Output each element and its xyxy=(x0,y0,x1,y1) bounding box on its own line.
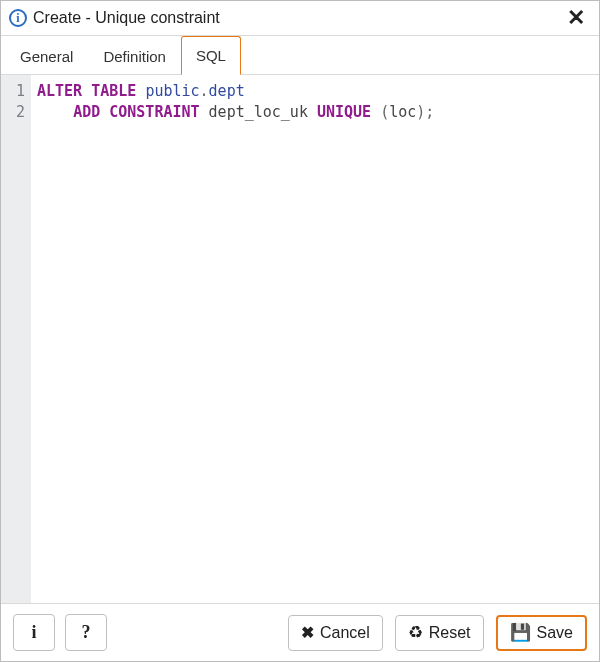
tok-name: dept_loc_uk xyxy=(209,103,308,121)
save-button[interactable]: 💾 Save xyxy=(496,615,587,651)
tab-strip: General Definition SQL xyxy=(1,36,599,75)
tok-keyword: TABLE xyxy=(91,82,136,100)
reset-icon: ♻ xyxy=(408,624,423,641)
footer-right-group: ✖ Cancel ♻ Reset 💾 Save xyxy=(288,615,587,651)
footer-left-group: i ? xyxy=(13,614,107,651)
reset-label: Reset xyxy=(429,624,471,642)
tok-keyword: CONSTRAINT xyxy=(109,103,199,121)
create-unique-constraint-dialog: i Create - Unique constraint ✕ General D… xyxy=(0,0,600,662)
cancel-label: Cancel xyxy=(320,624,370,642)
code-area[interactable]: ALTER TABLE public.dept ADD CONSTRAINT d… xyxy=(31,75,599,603)
dialog-title: Create - Unique constraint xyxy=(33,9,563,27)
sql-info-button[interactable]: i xyxy=(13,614,55,651)
save-label: Save xyxy=(537,624,573,642)
close-icon: ✕ xyxy=(567,7,585,29)
tok-indent xyxy=(37,103,73,121)
line-number: 2 xyxy=(1,102,25,123)
line-number: 1 xyxy=(1,81,25,102)
tab-definition[interactable]: Definition xyxy=(88,37,181,75)
sql-editor[interactable]: 1 2 ALTER TABLE public.dept ADD CONSTRAI… xyxy=(1,75,599,603)
close-button[interactable]: ✕ xyxy=(563,7,589,29)
tok-keyword: ADD xyxy=(73,103,100,121)
code-line: ADD CONSTRAINT dept_loc_uk UNIQUE (loc); xyxy=(37,103,434,121)
tok-punct: ( xyxy=(380,103,389,121)
tok-punct: ); xyxy=(416,103,434,121)
dialog-titlebar: i Create - Unique constraint ✕ xyxy=(1,1,599,36)
help-button[interactable]: ? xyxy=(65,614,107,651)
line-gutter: 1 2 xyxy=(1,75,31,603)
save-icon: 💾 xyxy=(510,624,531,641)
tab-general[interactable]: General xyxy=(5,37,88,75)
info-icon: i xyxy=(9,9,27,27)
info-icon: i xyxy=(31,622,36,643)
reset-button[interactable]: ♻ Reset xyxy=(395,615,484,651)
cancel-icon: ✖ xyxy=(301,625,314,641)
tok-punct: . xyxy=(200,82,209,100)
dialog-footer: i ? ✖ Cancel ♻ Reset 💾 Save xyxy=(1,603,599,661)
code-line: ALTER TABLE public.dept xyxy=(37,82,245,100)
cancel-button[interactable]: ✖ Cancel xyxy=(288,615,383,651)
tok-col: loc xyxy=(389,103,416,121)
tok-ident: public xyxy=(145,82,199,100)
help-icon: ? xyxy=(82,622,91,643)
tok-keyword: UNIQUE xyxy=(317,103,371,121)
tok-ident: dept xyxy=(209,82,245,100)
tab-sql[interactable]: SQL xyxy=(181,36,241,75)
tok-keyword: ALTER xyxy=(37,82,82,100)
